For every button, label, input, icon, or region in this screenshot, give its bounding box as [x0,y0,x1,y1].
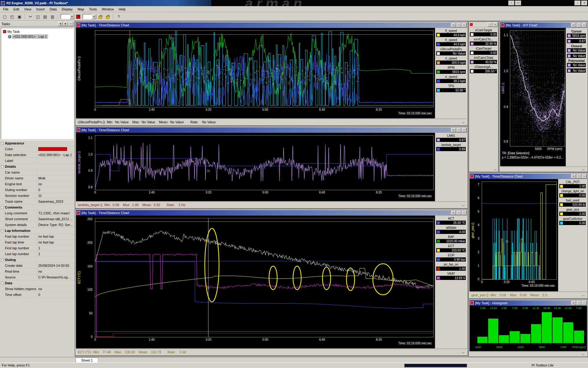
legend-item[interactable]: ACT26.30 °C [436,217,466,225]
lock-zoom-button[interactable] [104,13,111,20]
legend-item[interactable]: eCamTarget0.00 [470,29,497,37]
legend-item[interactable]: ECT103.50 °C [436,244,466,253]
histogram-bar[interactable] [563,322,573,343]
prop-value[interactable]: Saaremaa ralli_ECU ... [37,216,75,222]
resize-grip-icon[interactable]: ↔ [582,352,585,356]
legend-item[interactable]: BAP1010.00 mbar [436,235,466,243]
prop-value[interactable]: 11 [37,193,75,198]
menu-data[interactable]: Data [47,7,59,12]
menu-display[interactable]: Display [59,7,75,12]
legend-item[interactable]: change_light_on0.00 [559,190,586,198]
restore-button[interactable]: ▫ [575,1,581,6]
maximize-button[interactable]: □ [456,211,461,215]
prop-value[interactable]: T2,130C, rihm maas! [37,210,75,216]
collapse-icon[interactable]: − [1,206,4,209]
restore-button[interactable]: ▭ [571,23,576,27]
collapse-icon[interactable]: − [1,165,4,168]
minimize-button[interactable]: − [508,1,514,6]
legend-item[interactable]: r2SteeringA...295.50 ° [470,65,497,74]
legend-item[interactable]: fl_speed44.0 kph [436,29,466,37]
menu-help[interactable]: Help [116,7,128,12]
chart-window-titlebar[interactable]: [My Task] - Time/Distance Chart▭□× [76,22,467,28]
titlebar[interactable]: R2 Engine_R200_V2.pwb - Pi Toolbox* arma… [0,0,588,6]
close-button[interactable]: × [581,1,587,6]
prop-value[interactable]: 1 [37,245,75,251]
paste-button[interactable]: ▤ [42,13,49,20]
menu-view[interactable]: View [22,7,34,12]
legend-item[interactable]: r2AccelPedalPoNo Value [436,48,466,56]
prop-value[interactable]: Device Type: R2; Ser... [37,222,75,228]
save-button[interactable]: ▣ [16,13,23,20]
legend-item[interactable]: TPS52.90 ° [436,84,466,93]
chart-window-titlebar[interactable]: [My Task] - Histogram▭□× [469,300,587,306]
new-button[interactable]: ▢ [1,13,8,20]
resize-grip-icon[interactable]: ↔ [462,350,465,354]
resize-grip-icon[interactable]: ↔ [582,293,585,297]
legend-item[interactable]: gearCutActive0.00 [559,217,586,225]
prop-value[interactable]: 0 [37,292,75,297]
prop-section-data[interactable]: −Data [0,280,75,286]
restore-button[interactable]: ▭ [571,174,576,178]
tasks-close-button[interactable]: × [68,22,73,26]
legend-item[interactable]: altState4.00 [436,226,466,234]
maximize-button[interactable]: □ [576,301,581,305]
prop-value[interactable] [37,146,75,152]
collapse-icon[interactable]: − [1,259,4,261]
prop-section-lap-information[interactable]: −Lap Information [0,228,75,234]
open-button[interactable]: ◰ [9,13,16,20]
gear-chart-canvas[interactable] [482,182,557,280]
prop-section-comments[interactable]: −Comments [0,205,75,210]
prop-value[interactable] [37,158,75,163]
prop-section-details[interactable]: −Details [0,164,75,170]
maximize-button[interactable]: □ [456,23,461,27]
prop-section-outing[interactable]: −Outing [0,257,75,263]
xy-chart-canvas[interactable] [510,30,565,147]
collapse-icon[interactable]: − [1,142,4,145]
histogram-bar[interactable] [477,337,488,343]
menu-tools[interactable]: Tools [87,7,100,12]
restore-button[interactable]: ▭ [571,301,576,305]
copy-button[interactable]: ◫ [34,13,41,20]
collapse-icon[interactable]: − [1,282,4,285]
prop-value[interactable]: no [37,286,75,292]
cam-panel-titlebar[interactable]: □× [469,22,498,27]
close-button[interactable]: × [493,22,498,27]
tasks-forward-button[interactable]: ► [63,22,68,26]
restore-button[interactable]: ▭ [451,23,456,27]
menu-edit[interactable]: Edit [11,7,22,12]
legend-item[interactable]: inVCam1Total40.50 % [470,56,497,64]
resize-grip-icon[interactable]: ↔ [582,167,585,171]
histogram-bar[interactable] [510,331,520,343]
legend-item[interactable]: pri_fan_on1.00 [436,263,466,271]
prop-value[interactable]: no [37,181,75,187]
legend-item[interactable]: rr_speed39.2 kph [436,75,466,83]
maximize-button[interactable]: □ [515,1,521,6]
maximize-button[interactable]: □ [456,128,461,132]
legend-item[interactable]: VBAT13.83 V [436,272,466,280]
menu-insert[interactable]: Insert [34,7,47,12]
sheet-tab[interactable]: Sheet 1 [76,358,98,363]
close-button[interactable]: × [582,174,586,178]
maximize-button[interactable]: □ [576,23,581,27]
legend-item[interactable]: rl_speed300.0 kph [436,57,466,65]
menu-window[interactable]: Window [99,7,116,12]
close-button[interactable]: × [582,301,586,305]
tree-item-lap[interactable]: <011:000:001> : Lap 1 [7,34,73,39]
prop-value[interactable]: Moik [37,175,75,181]
histogram-bar[interactable] [488,319,498,343]
collapse-icon[interactable]: − [1,229,4,232]
histogram-bar[interactable] [574,331,584,343]
restore-button[interactable]: ▭ [451,211,456,215]
help-button[interactable]: ? [115,13,122,20]
prop-value[interactable]: no fast lap [37,240,75,245]
prop-section-appearance[interactable]: −Appearance [0,140,75,146]
prop-value[interactable] [37,170,75,175]
legend-item[interactable]: iCamTarget0.00 [470,47,497,55]
maximize-button[interactable]: □ [488,22,492,27]
ect-chart-canvas[interactable] [95,218,434,337]
print-button[interactable]: ▥ [49,13,56,20]
close-button[interactable]: × [462,128,466,132]
resize-grip-icon[interactable]: ↔ [462,203,465,207]
prop-value[interactable]: no fast lap [37,234,75,239]
cut-button[interactable]: ✂ [27,13,34,20]
